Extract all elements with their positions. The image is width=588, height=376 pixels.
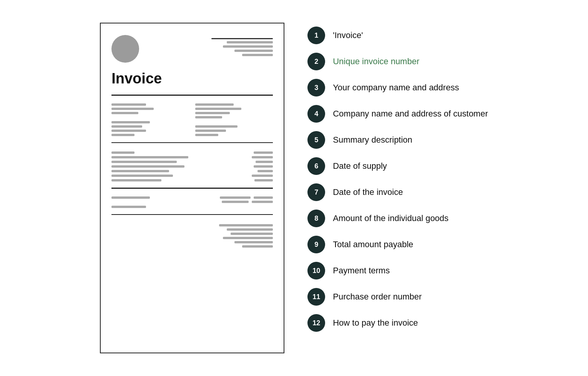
totals-value bbox=[252, 201, 273, 203]
badge-9: 9 bbox=[307, 236, 325, 253]
info-line bbox=[111, 112, 138, 114]
totals-value bbox=[220, 196, 251, 199]
list-item-7: 7Date of the invoice bbox=[307, 183, 488, 201]
list-item-10: 10Payment terms bbox=[307, 262, 488, 280]
totals-right bbox=[208, 196, 273, 208]
line-items-left bbox=[111, 151, 218, 181]
info-line bbox=[195, 108, 241, 110]
info-col-left bbox=[111, 103, 189, 136]
list-label-9: Total amount payable bbox=[333, 240, 413, 250]
invoice-top bbox=[111, 35, 273, 63]
list-label-1: 'Invoice' bbox=[333, 30, 363, 40]
totals-value bbox=[222, 201, 249, 203]
list-item-12: 12How to pay the invoice bbox=[307, 314, 488, 332]
list-item-8: 8Amount of the individual goods bbox=[307, 210, 488, 227]
item-line-right bbox=[252, 156, 273, 158]
totals-value bbox=[254, 196, 273, 199]
badge-8: 8 bbox=[307, 210, 325, 227]
badge-1: 1 bbox=[307, 27, 325, 44]
badge-11: 11 bbox=[307, 288, 325, 306]
list-label-11: Purchase order number bbox=[333, 292, 422, 302]
divider-4 bbox=[111, 214, 273, 215]
info-line bbox=[195, 103, 234, 106]
payment-line bbox=[223, 237, 273, 239]
item-line-right bbox=[254, 179, 273, 181]
payment-line bbox=[219, 224, 273, 226]
list-item-11: 11Purchase order number bbox=[307, 288, 488, 306]
info-line bbox=[195, 130, 226, 132]
info-line bbox=[195, 112, 230, 114]
main-container: Invoice bbox=[25, 7, 563, 369]
item-line bbox=[111, 170, 169, 172]
list-item-1: 1'Invoice' bbox=[307, 27, 488, 44]
list-label-10: Payment terms bbox=[333, 266, 390, 276]
list-item-3: 3Your company name and address bbox=[307, 79, 488, 96]
address-line-4 bbox=[242, 54, 273, 56]
address-line-3 bbox=[234, 50, 273, 52]
list-label-2: Unique invoice number bbox=[333, 57, 419, 67]
list-label-6: Date of supply bbox=[333, 161, 387, 171]
badge-6: 6 bbox=[307, 157, 325, 175]
info-line bbox=[111, 108, 154, 110]
badge-4: 4 bbox=[307, 105, 325, 123]
list-label-7: Date of the invoice bbox=[333, 187, 403, 197]
item-line-right bbox=[257, 170, 273, 172]
payment-line bbox=[234, 241, 273, 243]
list-label-8: Amount of the individual goods bbox=[333, 213, 448, 223]
list-item-9: 9Total amount payable bbox=[307, 236, 488, 253]
badge-12: 12 bbox=[307, 314, 325, 332]
info-col-right bbox=[195, 103, 273, 136]
item-line bbox=[111, 179, 161, 181]
badge-2: 2 bbox=[307, 53, 325, 70]
badge-7: 7 bbox=[307, 183, 325, 201]
info-line bbox=[195, 116, 222, 118]
item-line-right bbox=[256, 161, 273, 163]
list-item-4: 4Company name and address of customer bbox=[307, 105, 488, 123]
item-line bbox=[111, 156, 188, 158]
info-line bbox=[111, 103, 146, 106]
item-line bbox=[111, 175, 173, 177]
address-line-1 bbox=[227, 41, 273, 43]
list-label-3: Your company name and address bbox=[333, 83, 459, 93]
list-item-5: 5Summary description bbox=[307, 131, 488, 149]
divider-3 bbox=[111, 188, 273, 189]
line-items-section bbox=[111, 146, 273, 185]
list-label-4: Company name and address of customer bbox=[333, 109, 488, 119]
badge-10: 10 bbox=[307, 262, 325, 280]
numbered-list: 1'Invoice'2Unique invoice number3Your co… bbox=[307, 23, 488, 332]
address-line-2 bbox=[223, 45, 273, 48]
line-items-right bbox=[224, 151, 273, 181]
badge-3: 3 bbox=[307, 79, 325, 96]
payment-line bbox=[242, 245, 273, 248]
company-logo bbox=[111, 35, 139, 63]
totals-line bbox=[111, 206, 146, 208]
payment-line bbox=[227, 228, 273, 231]
item-line bbox=[111, 165, 184, 168]
invoice-address-block bbox=[211, 38, 273, 56]
item-line-right bbox=[254, 165, 273, 168]
address-line-top bbox=[211, 38, 273, 39]
invoice-document: Invoice bbox=[100, 23, 284, 353]
divider-2 bbox=[111, 142, 273, 143]
list-label-5: Summary description bbox=[333, 135, 412, 145]
payment-line bbox=[231, 233, 273, 235]
info-line bbox=[195, 134, 218, 136]
item-line-right bbox=[254, 151, 273, 154]
list-item-6: 6Date of supply bbox=[307, 157, 488, 175]
totals-line bbox=[111, 196, 150, 199]
invoice-title: Invoice bbox=[111, 70, 273, 87]
info-line bbox=[111, 134, 135, 136]
item-line-right bbox=[252, 175, 273, 177]
info-line bbox=[111, 121, 150, 123]
item-line bbox=[111, 161, 177, 163]
item-line bbox=[111, 151, 135, 154]
payment-block bbox=[204, 224, 273, 248]
info-section bbox=[111, 99, 273, 139]
badge-5: 5 bbox=[307, 131, 325, 149]
list-item-2: 2Unique invoice number bbox=[307, 53, 488, 70]
list-label-12: How to pay the invoice bbox=[333, 318, 418, 328]
info-line bbox=[111, 125, 142, 128]
totals-left bbox=[111, 196, 203, 208]
payment-section bbox=[111, 218, 273, 251]
info-line bbox=[195, 125, 238, 128]
